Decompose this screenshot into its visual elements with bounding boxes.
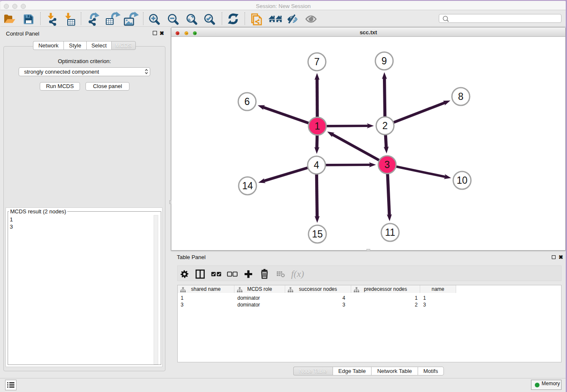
svg-text:3: 3: [385, 159, 390, 170]
svg-text:2: 2: [383, 120, 388, 131]
svg-text:10: 10: [457, 175, 468, 186]
svg-text:14: 14: [242, 180, 253, 191]
svg-text:6: 6: [245, 96, 250, 107]
svg-text:11: 11: [385, 227, 395, 238]
svg-text:15: 15: [312, 229, 323, 240]
svg-text:1: 1: [315, 121, 320, 132]
svg-text:9: 9: [382, 55, 387, 66]
svg-text:4: 4: [314, 160, 319, 171]
svg-text:7: 7: [314, 56, 320, 67]
svg-text:8: 8: [458, 91, 464, 102]
